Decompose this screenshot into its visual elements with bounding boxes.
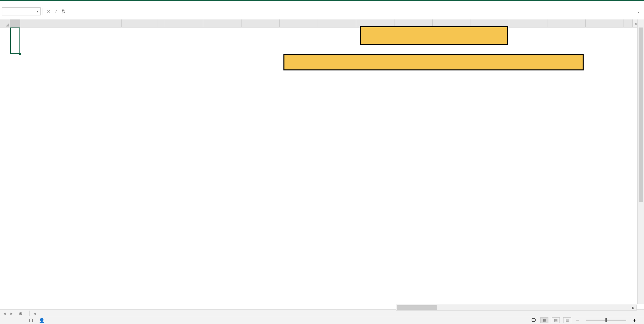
view-page-layout-button[interactable]: ▤: [552, 317, 560, 323]
tab-nav-next-icon[interactable]: ►: [10, 312, 13, 316]
col-header-Q[interactable]: [624, 19, 633, 27]
company-name-box: [360, 26, 508, 45]
select-all-cell[interactable]: [0, 19, 10, 27]
col-header-N[interactable]: [509, 19, 547, 27]
view-page-break-button[interactable]: ▥: [563, 317, 571, 323]
col-header-E[interactable]: [165, 19, 203, 27]
add-sheet-button[interactable]: ⊕: [16, 311, 25, 316]
col-header-H[interactable]: [280, 19, 318, 27]
col-header-C[interactable]: [122, 19, 158, 27]
horizontal-scrollbar[interactable]: ▶: [396, 305, 637, 311]
col-header-O[interactable]: [547, 19, 586, 27]
col-header-I[interactable]: [318, 19, 356, 27]
app-top-border: [0, 0, 644, 1]
zoom-in-button[interactable]: +: [632, 317, 637, 323]
hscroll-right-icon[interactable]: ▶: [630, 306, 636, 310]
tab-nav-prev-icon[interactable]: ◄: [3, 312, 6, 316]
view-normal-button[interactable]: ▦: [540, 317, 548, 323]
active-cell-outline: [10, 28, 20, 54]
col-header-D[interactable]: [158, 19, 165, 27]
col-header-G[interactable]: [241, 19, 280, 27]
sheet-area: ▲: [0, 19, 644, 311]
name-box[interactable]: ▾: [2, 7, 41, 15]
cancel-icon[interactable]: ✕: [45, 8, 52, 15]
col-header-P[interactable]: [586, 19, 624, 27]
vertical-scrollbar[interactable]: [637, 19, 644, 304]
page-title-box: [283, 54, 584, 70]
zoom-slider[interactable]: [586, 320, 626, 321]
name-box-dropdown-icon[interactable]: ▾: [37, 9, 38, 13]
col-header-B[interactable]: [20, 19, 122, 27]
tab-scroll-left-icon[interactable]: ◄: [32, 312, 38, 316]
formula-bar: ▾ ✕ ✓ fx ⌄: [0, 7, 644, 16]
tab-nav-buttons[interactable]: ◄ ►: [0, 312, 16, 316]
fx-icon[interactable]: fx: [60, 8, 67, 15]
fill-handle[interactable]: [19, 53, 21, 55]
formula-bar-expand-icon[interactable]: ⌄: [635, 9, 642, 14]
display-settings-icon: 🖵: [531, 318, 536, 323]
vscroll-thumb[interactable]: [639, 28, 643, 202]
column-headers: ▲: [0, 19, 644, 28]
col-header-A[interactable]: [10, 19, 20, 27]
status-bar: ▢ 👤 🖵 ▦ ▤ ▥ − +: [0, 316, 644, 324]
col-header-F[interactable]: [203, 19, 241, 27]
zoom-out-button[interactable]: −: [575, 317, 580, 323]
accessibility-icon: 👤: [39, 318, 45, 323]
divider: [43, 8, 43, 15]
formula-input[interactable]: [67, 7, 635, 15]
enter-icon[interactable]: ✓: [52, 8, 60, 15]
macro-record-icon[interactable]: ▢: [29, 318, 33, 323]
hscroll-thumb[interactable]: [397, 305, 437, 310]
